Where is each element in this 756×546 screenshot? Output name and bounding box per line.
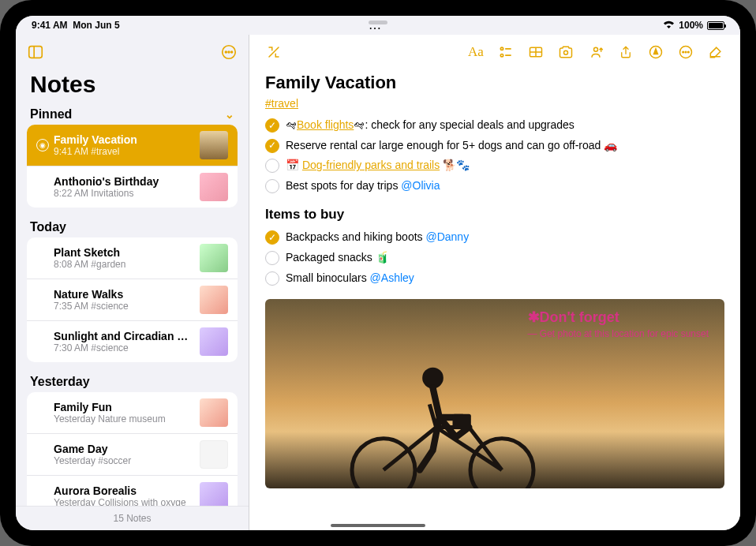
note-item-nature-walks[interactable]: ◉ Nature Walks 7:35 AM #science	[27, 279, 238, 321]
markup-icon[interactable]	[642, 39, 669, 65]
main-toolbar: Aa	[249, 35, 740, 69]
share-icon[interactable]	[612, 39, 639, 65]
note-hashtag[interactable]: #travel	[265, 97, 298, 110]
svg-point-20	[352, 439, 415, 488]
note-title: Nature Walks	[54, 288, 193, 301]
note-subtitle: Yesterday Collisions with oxyge	[54, 497, 193, 506]
note-item-aurora-borealis[interactable]: ◉ Aurora Borealis Yesterday Collisions w…	[27, 476, 238, 506]
notes-count: 15 Notes	[16, 506, 249, 530]
svg-point-4	[228, 51, 230, 53]
sidebar: Notes Pinned ⌄ ◉ Family Vacation 9:41 AM	[16, 35, 249, 530]
svg-rect-0	[29, 47, 43, 58]
check-item[interactable]: ✓ Backpacks and hiking boots @Danny	[265, 227, 724, 248]
format-icon[interactable]: Aa	[462, 39, 489, 65]
status-time-date: 9:41 AM Mon Jun 5	[32, 20, 120, 31]
mention-olivia[interactable]: @Olivia	[401, 179, 440, 192]
camera-icon[interactable]	[552, 39, 579, 65]
check-item[interactable]: ✓ Reserve rental car large enough for 5+…	[265, 136, 724, 156]
note-subtitle: 9:41 AM #travel	[54, 146, 193, 157]
checkbox-unchecked-icon[interactable]	[265, 251, 279, 265]
sidebar-title: Notes	[16, 69, 249, 106]
svg-point-17	[683, 51, 684, 53]
link-dog-parks[interactable]: Dog-friendly parks and trails	[302, 159, 440, 171]
note-thumbnail	[200, 131, 228, 159]
svg-point-13	[564, 50, 568, 54]
svg-point-21	[470, 439, 533, 488]
link-book-flights[interactable]: Book flights	[297, 118, 354, 131]
checkbox-checked-icon[interactable]: ✓	[265, 139, 279, 153]
note-editor[interactable]: Family Vacation #travel ✓ 🛩Book flights🛩…	[249, 69, 740, 530]
svg-point-5	[231, 51, 233, 53]
shared-icon: ◉	[36, 139, 49, 151]
chevron-down-icon: ⌄	[225, 108, 234, 121]
more-icon[interactable]	[672, 39, 699, 65]
note-title: Family Fun	[54, 401, 193, 413]
note-thumbnail	[200, 482, 228, 506]
note-thumbnail	[200, 244, 228, 272]
note-title: Sunlight and Circadian Rhy...	[54, 330, 193, 342]
note-title: Plant Sketch	[54, 246, 193, 259]
subheading: Items to buy	[265, 207, 724, 223]
note-thumbnail	[200, 440, 228, 469]
handwriting-annotation: ✱Don't forget — Get photo at this locati…	[528, 310, 709, 339]
checklist-icon[interactable]	[492, 39, 519, 65]
checkbox-unchecked-icon[interactable]	[265, 179, 279, 193]
svg-point-6	[500, 47, 503, 50]
checklist-items: ✓ Backpacks and hiking boots @Danny Pack…	[265, 227, 724, 288]
check-item[interactable]: 📅 Dog-friendly parks and trails 🐕🐾	[265, 155, 724, 176]
note-title: Anthonio's Birthday	[54, 175, 193, 188]
note-item-family-fun[interactable]: ◉ Family Fun Yesterday Nature museum	[27, 392, 238, 434]
check-item[interactable]: Packaged snacks 🧃	[265, 248, 724, 268]
checkbox-checked-icon[interactable]: ✓	[265, 118, 279, 133]
svg-point-8	[500, 54, 503, 57]
svg-point-18	[685, 51, 687, 53]
note-item-family-vacation[interactable]: ◉ Family Vacation 9:41 AM #travel	[27, 125, 238, 166]
note-title: Family Vacation	[54, 133, 193, 146]
checkbox-unchecked-icon[interactable]	[265, 159, 279, 173]
multitask-dots[interactable]: ⋯	[369, 21, 387, 24]
note-attachment-image[interactable]: ✱Don't forget — Get photo at this locati…	[265, 299, 724, 488]
check-item[interactable]: Small binoculars @Ashley	[265, 268, 724, 289]
note-title: Family Vacation	[265, 73, 724, 93]
expand-icon[interactable]	[260, 39, 287, 65]
checkbox-unchecked-icon[interactable]	[265, 271, 279, 286]
note-item-anthonios-birthday[interactable]: ◉ Anthonio's Birthday 8:22 AM Invitation…	[27, 166, 238, 208]
note-subtitle: 7:30 AM #science	[54, 342, 193, 353]
checkbox-checked-icon[interactable]: ✓	[265, 230, 279, 245]
mention-ashley[interactable]: @Ashley	[370, 271, 414, 284]
note-item-sunlight-circadian[interactable]: ◉ Sunlight and Circadian Rhy... 7:30 AM …	[27, 321, 238, 362]
note-subtitle: Yesterday Nature museum	[54, 413, 193, 424]
sidebar-toggle-icon[interactable]	[27, 43, 44, 61]
compose-icon[interactable]	[702, 39, 729, 65]
section-header-yesterday: Yesterday	[16, 373, 249, 392]
home-indicator[interactable]	[331, 524, 425, 527]
collaborate-icon[interactable]	[582, 39, 609, 65]
checklist-main: ✓ 🛩Book flights🛩: check for any special …	[265, 115, 724, 196]
note-subtitle: 8:22 AM Invitations	[54, 188, 193, 199]
svg-point-14	[594, 47, 598, 51]
svg-point-3	[225, 51, 226, 53]
battery-percent: 100%	[679, 20, 703, 31]
check-item[interactable]: Best spots for day trips @Olivia	[265, 176, 724, 196]
svg-rect-23	[453, 414, 471, 428]
note-thumbnail	[200, 327, 228, 356]
note-subtitle: Yesterday #soccer	[54, 455, 193, 466]
note-item-game-day[interactable]: ◉ Game Day Yesterday #soccer	[27, 434, 238, 476]
note-subtitle: 7:35 AM #science	[54, 301, 193, 312]
note-subtitle: 8:08 AM #garden	[54, 259, 193, 270]
note-title: Aurora Borealis	[54, 484, 193, 497]
section-header-pinned[interactable]: Pinned ⌄	[16, 106, 249, 125]
section-header-today: Today	[16, 219, 249, 237]
note-thumbnail	[200, 286, 228, 314]
note-thumbnail	[200, 173, 228, 201]
table-icon[interactable]	[522, 39, 549, 65]
mention-danny[interactable]: @Danny	[425, 230, 469, 243]
wifi-icon	[663, 20, 675, 31]
note-item-plant-sketch[interactable]: ◉ Plant Sketch 8:08 AM #garden	[27, 237, 238, 279]
svg-point-19	[688, 51, 690, 53]
note-thumbnail	[200, 398, 228, 427]
more-circle-icon[interactable]	[220, 43, 238, 61]
check-item[interactable]: ✓ 🛩Book flights🛩: check for any special …	[265, 115, 724, 136]
note-title: Game Day	[54, 443, 193, 455]
battery-icon	[707, 21, 724, 30]
